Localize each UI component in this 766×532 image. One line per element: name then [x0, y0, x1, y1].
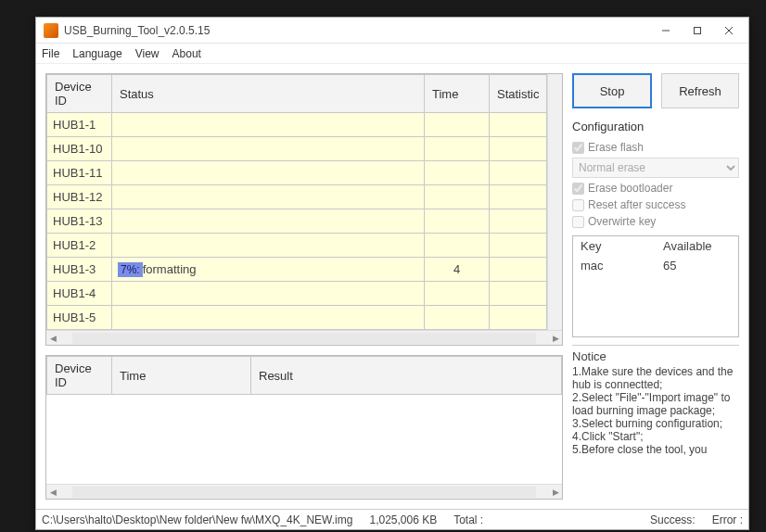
content-area: Device ID Status Time Statistic HUB1-1HU…: [36, 64, 748, 509]
status-path: C:\Users\halto\Desktop\New folder\New fw…: [42, 513, 352, 526]
statistic-cell: [490, 113, 547, 137]
statistic-cell: [490, 282, 547, 306]
key-header: Key: [573, 236, 656, 256]
table-row[interactable]: HUB1-12: [47, 185, 547, 209]
table-row[interactable]: HUB1-1: [47, 113, 547, 137]
configuration-title: Configuration: [572, 120, 739, 133]
device-id-cell: HUB1-5: [47, 306, 112, 330]
device-id-cell: HUB1-11: [47, 161, 112, 185]
table-row[interactable]: HUB1-5: [47, 306, 547, 330]
scroll-left-icon[interactable]: ◀: [46, 486, 59, 499]
device-id-cell: HUB1-2: [47, 234, 112, 258]
notice-panel: Notice 1.Make sure the devices and the h…: [572, 345, 739, 500]
key-name: mac: [573, 256, 656, 275]
log-table-hscroll[interactable]: ◀ ▶: [46, 484, 562, 499]
stop-button[interactable]: Stop: [572, 73, 652, 108]
device-table-container: Device ID Status Time Statistic HUB1-1HU…: [45, 73, 563, 346]
overwrite-key-checkbox[interactable]: [572, 216, 584, 228]
statistic-cell: [490, 258, 547, 282]
statistic-cell: [490, 306, 547, 330]
configuration-panel: Erase flash Normal erase Erase bootloade…: [572, 141, 739, 228]
notice-text: 1.Make sure the devices and the hub is c…: [572, 365, 739, 456]
erase-bootloader-option[interactable]: Erase bootloader: [572, 182, 739, 195]
close-button[interactable]: [713, 20, 745, 41]
status-cell: [112, 282, 425, 306]
scroll-right-icon[interactable]: ▶: [549, 486, 562, 499]
col-statistic[interactable]: Statistic: [490, 75, 547, 113]
scroll-left-icon[interactable]: ◀: [46, 332, 59, 345]
col-log-time[interactable]: Time: [112, 357, 251, 395]
col-log-device-id[interactable]: Device ID: [47, 357, 112, 395]
notice-title: Notice: [572, 349, 739, 363]
time-cell: [425, 161, 490, 185]
erase-mode-select[interactable]: Normal erase: [572, 158, 739, 178]
status-text: formatting: [143, 262, 197, 276]
erase-bootloader-checkbox[interactable]: [572, 183, 584, 195]
time-cell: [425, 306, 490, 330]
reset-after-checkbox[interactable]: [572, 199, 584, 211]
device-table-vscroll[interactable]: [547, 74, 562, 330]
table-row[interactable]: HUB1-2: [47, 234, 547, 258]
col-time[interactable]: Time: [425, 75, 490, 113]
action-buttons: Stop Refresh: [572, 73, 739, 108]
progress-badge: 7%:: [118, 262, 143, 277]
minimize-button[interactable]: [650, 20, 682, 41]
status-total: Total :: [453, 513, 483, 526]
key-table: KeyAvailable mac65: [572, 235, 739, 337]
device-id-cell: HUB1-4: [47, 282, 112, 306]
statusbar: C:\Users\halto\Desktop\New folder\New fw…: [36, 509, 748, 529]
status-cell: 7%:formatting: [112, 258, 425, 282]
status-cell: [112, 113, 425, 137]
statistic-cell: [490, 185, 547, 209]
menu-view[interactable]: View: [135, 47, 160, 60]
overwrite-key-option[interactable]: Overwirte key: [572, 215, 739, 228]
log-table: Device ID Time Result: [46, 356, 562, 395]
refresh-button[interactable]: Refresh: [661, 73, 739, 108]
app-icon: [44, 23, 58, 38]
device-id-cell: HUB1-10: [47, 137, 112, 161]
table-row[interactable]: HUB1-13: [47, 209, 547, 234]
menu-file[interactable]: File: [42, 47, 59, 60]
menu-language[interactable]: Language: [72, 47, 121, 60]
time-cell: [425, 282, 490, 306]
status-cell: [112, 306, 425, 330]
statistic-cell: [490, 137, 547, 161]
reset-after-option[interactable]: Reset after success: [572, 198, 739, 211]
col-device-id[interactable]: Device ID: [47, 75, 112, 113]
device-table: Device ID Status Time Statistic HUB1-1HU…: [46, 74, 547, 330]
col-log-result[interactable]: Result: [251, 357, 562, 395]
table-row[interactable]: HUB1-11: [47, 161, 547, 185]
scroll-right-icon[interactable]: ▶: [549, 332, 562, 345]
window-title: USB_Burning_Tool_v2.0.5.15: [64, 24, 650, 37]
device-id-cell: HUB1-1: [47, 113, 112, 137]
erase-flash-option[interactable]: Erase flash: [572, 141, 739, 154]
app-window: USB_Burning_Tool_v2.0.5.15 File Language…: [35, 17, 749, 530]
device-id-cell: HUB1-13: [47, 209, 112, 234]
titlebar: USB_Burning_Tool_v2.0.5.15: [36, 18, 748, 44]
svg-rect-1: [695, 27, 701, 33]
time-cell: [425, 185, 490, 209]
table-row[interactable]: HUB1-10: [47, 137, 547, 161]
time-cell: [425, 113, 490, 137]
log-table-container: Device ID Time Result ◀ ▶: [45, 355, 563, 500]
left-pane: Device ID Status Time Statistic HUB1-1HU…: [45, 73, 563, 500]
time-cell: [425, 137, 490, 161]
right-pane: Stop Refresh Configuration Erase flash N…: [572, 73, 739, 500]
menubar: File Language View About: [36, 44, 748, 64]
status-error: Error :: [712, 513, 743, 526]
table-row[interactable]: HUB1-4: [47, 282, 547, 306]
table-row[interactable]: HUB1-37%:formatting4: [47, 258, 547, 282]
key-available: 65: [656, 256, 738, 275]
menu-about[interactable]: About: [172, 47, 201, 60]
col-status[interactable]: Status: [112, 75, 425, 113]
status-cell: [112, 161, 425, 185]
device-table-hscroll[interactable]: ◀ ▶: [46, 330, 562, 345]
erase-flash-checkbox[interactable]: [572, 142, 584, 154]
statistic-cell: [490, 234, 547, 258]
available-header: Available: [656, 236, 738, 256]
status-cell: [112, 185, 425, 209]
status-cell: [112, 137, 425, 161]
device-id-cell: HUB1-3: [47, 258, 112, 282]
statistic-cell: [490, 209, 547, 234]
maximize-button[interactable]: [682, 20, 713, 41]
